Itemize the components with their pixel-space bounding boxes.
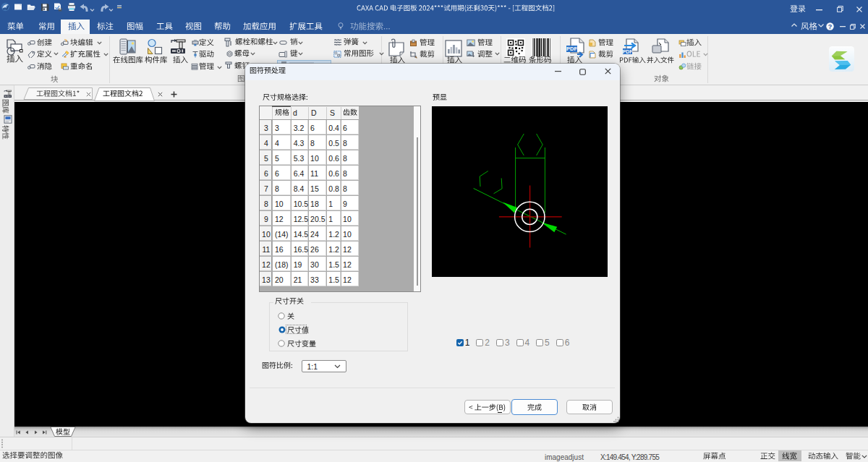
svg-text:PDF: PDF — [623, 48, 633, 54]
svg-text:PDF: PDF — [566, 46, 577, 52]
svg-text:?: ? — [828, 22, 833, 30]
